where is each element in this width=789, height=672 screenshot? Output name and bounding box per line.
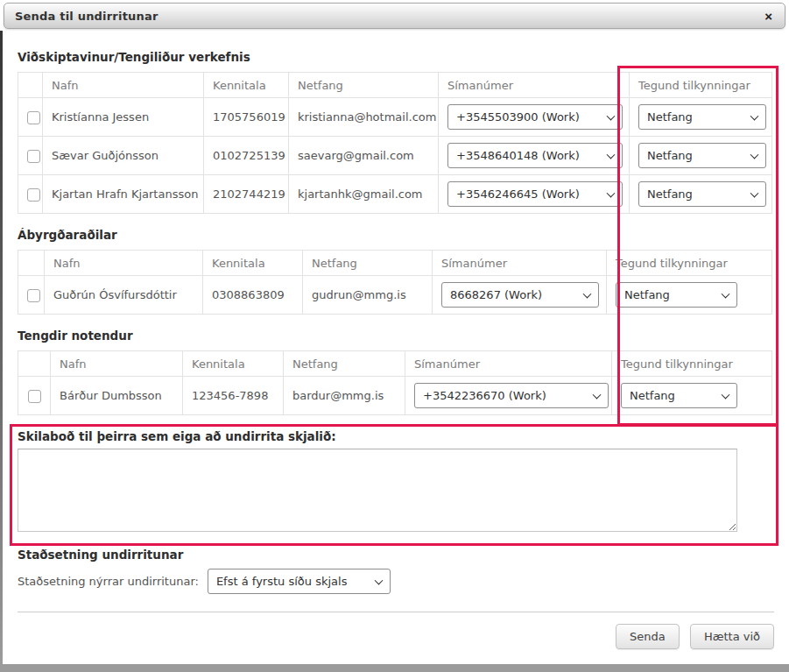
cell-name: Sævar Guðjónsson [43, 137, 204, 175]
section-responsible-parties: Ábyrgðaraðilar Nafn Kennitala Netfang Sí… [18, 228, 774, 315]
section-client-contacts: Viðskiptavinur/Tengiliður verkefnis Nafn… [18, 50, 774, 214]
phone-select[interactable]: +3542236670 (Work) [414, 383, 609, 408]
notification-type-select[interactable]: Netfang [638, 143, 766, 168]
table-row: Kristíanna Jessen 1705756019 kristianna@… [18, 98, 772, 137]
header-checkbox-column [18, 351, 51, 377]
placement-select[interactable]: Efst á fyrstu síðu skjals [208, 569, 391, 594]
table-row: Sævar Guðjónsson 0102725139 saevarg@gmai… [18, 137, 772, 175]
notification-type-select[interactable]: Netfang [616, 282, 737, 308]
message-textarea[interactable] [18, 449, 737, 532]
signature-placement-block: Staðsetning undirritunar Staðsetning nýr… [18, 548, 774, 594]
phone-select[interactable]: +3546246645 (Work) [447, 181, 623, 207]
responsible-parties-table: Nafn Kennitala Netfang Símanúmer Tegund … [18, 250, 772, 315]
section-title-responsible-parties: Ábyrgðaraðilar [18, 228, 774, 242]
close-icon[interactable]: × [763, 10, 774, 23]
notification-type-select[interactable]: Netfang [638, 181, 766, 207]
header-tegund: Tegund tilkynningar [612, 351, 772, 377]
phone-select[interactable]: +3548640148 (Work) [447, 143, 623, 168]
cell-netfang: kristianna@hotmail.com [289, 98, 439, 137]
header-tegund: Tegund tilkynningar [607, 251, 772, 276]
cell-kennitala: 0102725139 [204, 137, 289, 175]
dialog-content: Viðskiptavinur/Tengiliður verkefnis Nafn… [3, 29, 789, 658]
header-checkbox-column [18, 251, 45, 276]
header-netfang: Netfang [303, 251, 433, 276]
header-simanumer: Símanúmer [433, 251, 607, 276]
table-header-row: Nafn Kennitala Netfang Símanúmer Tegund … [18, 73, 772, 98]
connected-users-table: Nafn Kennitala Netfang Símanúmer Tegund … [18, 350, 772, 415]
header-name: Nafn [45, 251, 203, 276]
dialog-footer: Senda Hætta við [18, 612, 774, 658]
dialog-titlebar: Senda til undirritunar × [4, 3, 785, 29]
dialog-title: Senda til undirritunar [15, 10, 763, 23]
message-block: Skilaboð til þeirra sem eiga að undirrit… [18, 429, 774, 532]
client-contacts-table: Nafn Kennitala Netfang Símanúmer Tegund … [18, 72, 772, 214]
message-label: Skilaboð til þeirra sem eiga að undirrit… [18, 429, 774, 443]
table-row: Guðrún Ósvífursdóttir 0308863809 gudrun@… [18, 276, 772, 315]
table-header-row: Nafn Kennitala Netfang Símanúmer Tegund … [18, 251, 772, 276]
table-header-row: Nafn Kennitala Netfang Símanúmer Tegund … [18, 351, 772, 377]
row-checkbox[interactable] [28, 390, 41, 403]
page-background-bottom-edge [0, 664, 789, 672]
row-checkbox[interactable] [27, 111, 40, 124]
placement-label: Staðsetning nýrrar undirritunar: [18, 575, 199, 588]
send-button[interactable]: Senda [616, 624, 680, 649]
table-row: Kjartan Hrafn Kjartansson 2102744219 kja… [18, 175, 772, 214]
header-kennitala: Kennitala [203, 251, 303, 276]
section-connected-users: Tengdir notendur Nafn Kennitala Netfang … [18, 329, 774, 415]
header-netfang: Netfang [284, 351, 405, 377]
header-netfang: Netfang [289, 73, 439, 98]
header-simanumer: Símanúmer [439, 73, 630, 98]
cell-netfang: bardur@mmg.is [284, 377, 405, 415]
header-checkbox-column [18, 73, 43, 98]
placement-row: Staðsetning nýrrar undirritunar: Efst á … [18, 569, 774, 594]
cell-name: Kristíanna Jessen [43, 98, 204, 137]
section-title-client-contacts: Viðskiptavinur/Tengiliður verkefnis [18, 50, 774, 64]
send-for-signature-dialog: Senda til undirritunar × Viðskiptavinur/… [3, 0, 789, 664]
cell-name: Bárður Dumbsson [51, 377, 183, 415]
cell-name: Guðrún Ósvífursdóttir [45, 276, 203, 315]
notification-type-select[interactable]: Netfang [638, 104, 766, 130]
header-name: Nafn [51, 351, 183, 377]
header-simanumer: Símanúmer [405, 351, 612, 377]
table-row: Bárður Dumbsson 123456-7898 bardur@mmg.i… [18, 377, 772, 415]
row-checkbox[interactable] [27, 289, 40, 302]
phone-select[interactable]: +3545503900 (Work) [447, 104, 623, 130]
cancel-button[interactable]: Hætta við [690, 624, 774, 649]
cell-kennitala: 123456-7898 [183, 377, 284, 415]
cell-netfang: kjartanhk@gmail.com [289, 175, 439, 214]
cell-netfang: gudrun@mmg.is [303, 276, 433, 315]
phone-select[interactable]: 8668267 (Work) [441, 282, 599, 308]
placement-heading: Staðsetning undirritunar [18, 548, 774, 562]
header-kennitala: Kennitala [183, 351, 284, 377]
header-name: Nafn [43, 73, 204, 98]
cell-name: Kjartan Hrafn Kjartansson [43, 175, 204, 214]
section-title-connected-users: Tengdir notendur [18, 329, 774, 343]
cell-kennitala: 0308863809 [203, 276, 303, 315]
cell-kennitala: 2102744219 [204, 175, 289, 214]
cell-kennitala: 1705756019 [204, 98, 289, 137]
header-kennitala: Kennitala [204, 73, 289, 98]
row-checkbox[interactable] [27, 150, 40, 163]
row-checkbox[interactable] [27, 188, 40, 202]
cell-netfang: saevarg@gmail.com [289, 137, 439, 175]
notification-type-select[interactable]: Netfang [621, 383, 737, 408]
header-tegund: Tegund tilkynningar [630, 73, 772, 98]
